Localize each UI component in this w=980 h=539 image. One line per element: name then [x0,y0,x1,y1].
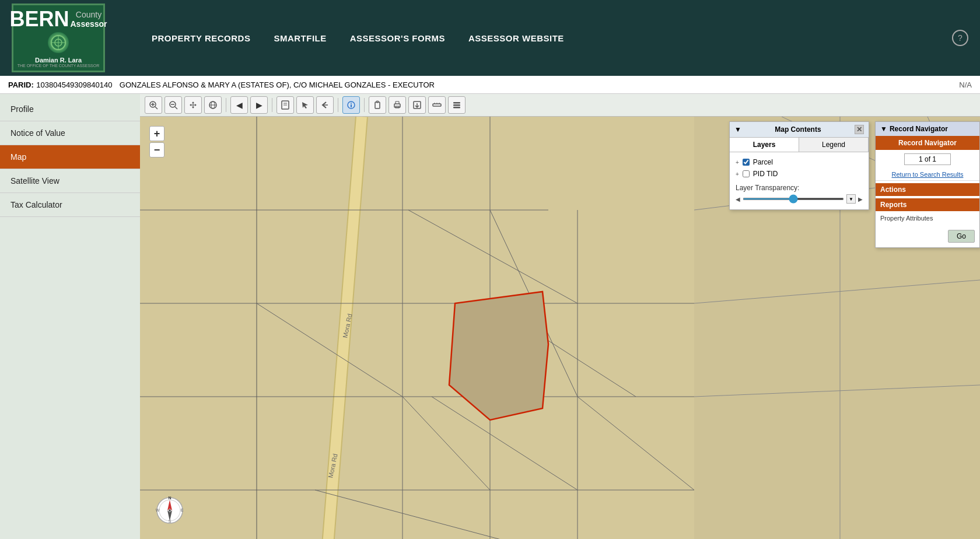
layer-expand-parcel[interactable]: + [736,159,739,166]
prev-extent-button[interactable]: ◀ [230,96,248,114]
go-row: Go [876,225,979,247]
slider-arrow-right[interactable]: ▶ [858,196,863,202]
next-extent-button[interactable]: ▶ [250,96,268,114]
back-button[interactable] [316,96,334,114]
header: BERN County Assessor Damian R. Lara THE … [0,0,980,76]
return-to-search-button[interactable]: Return to Search Results [876,169,979,180]
map-zoom-controls: + − [149,126,164,158]
sidebar-item-profile[interactable]: Profile [0,97,140,121]
record-nav-header: ▼ Record Navigator [876,122,979,136]
logo-assessor: Assessor [70,19,107,29]
main-nav: PROPERTY RECORDS SMARTFILE ASSESSOR'S FO… [152,33,564,43]
svg-line-9 [175,107,177,109]
slider-arrow-left[interactable]: ◀ [736,196,740,202]
zoom-out-button[interactable] [164,96,182,114]
map-area: ◀ ▶ [140,94,980,539]
parid-value: 103804549309840140 [36,80,112,89]
record-input-row [876,150,979,169]
parid-owner: GONZALES ALFONSO & MARY A (ESTATES OF), … [120,80,435,89]
sidebar-item-map[interactable]: Map [0,145,140,169]
layer-expand-pid-tid[interactable]: + [736,171,739,177]
svg-rect-32 [453,104,460,106]
map-contents-arrow-icon: ▼ [734,125,741,134]
layer-row-parcel: + Parcel [736,158,863,166]
svg-rect-31 [453,102,460,104]
logo-county: County [76,10,102,19]
sidebar-item-satellite-view[interactable]: Satellite View [0,169,140,193]
panel-tabs: Layers Legend [730,138,869,152]
map-compass: N S W E [155,496,184,525]
record-nav-header-label: Record Navigator [890,125,948,133]
panel-tab-legend[interactable]: Legend [799,138,869,152]
property-attributes-label: Property Attributes [876,211,979,225]
map-toolbar: ◀ ▶ [140,94,980,117]
info-button[interactable] [342,96,360,114]
svg-text:W: W [156,508,160,512]
measure-button[interactable] [428,96,446,114]
panel-body: + Parcel + PID TID Layer Transparency: [730,152,869,209]
record-nav-arrow-icon: ▼ [880,125,887,133]
reports-section[interactable]: Reports [876,198,979,211]
svg-text:N: N [168,496,171,500]
svg-text:E: E [181,508,184,512]
nav-assessor-website[interactable]: ASSESSOR WEBSITE [468,33,564,43]
zoom-out-map-button[interactable]: − [149,142,164,158]
record-input[interactable] [904,153,951,165]
toolbar-separator-3 [338,98,338,112]
transparency-slider[interactable] [743,198,844,200]
globe-button[interactable] [204,96,222,114]
layer-label-parcel: Parcel [753,158,773,166]
layer-label-pid-tid: PID TID [753,170,778,178]
map-contents-panel: ▼ Map Contents ✕ Layers Legend + Parcel [729,121,869,210]
sidebar-item-notice-of-value[interactable]: Notice of Value [0,121,140,145]
sidebar-item-tax-calculator[interactable]: Tax Calculator [0,193,140,217]
sidebar: Profile Notice of Value Map Satellite Vi… [0,94,140,539]
clipboard-button[interactable] [369,96,386,114]
pan-button[interactable] [184,96,202,114]
transparency-slider-row: ◀ ▼ ▶ [736,194,863,204]
layer-checkbox-pid-tid[interactable] [743,170,750,177]
go-button[interactable]: Go [948,230,975,243]
bookmark-button[interactable] [276,96,294,114]
toolbar-separator-2 [272,98,272,112]
svg-point-69 [169,509,171,512]
export-button[interactable] [408,96,426,114]
layers-button[interactable] [448,96,466,114]
parid-bar: PARID: 103804549309840140 GONZALES ALFON… [0,76,980,94]
nav-smartfile[interactable]: SMARTFILE [274,33,326,43]
logo-office: THE OFFICE OF THE COUNTY ASSESSOR [18,64,100,68]
svg-line-5 [155,107,158,109]
nav-property-records[interactable]: PROPERTY RECORDS [152,33,250,43]
nav-assessors-forms[interactable]: ASSESSOR'S FORMS [350,33,445,43]
map-contents-title: Map Contents [775,125,821,134]
print-button[interactable] [388,96,406,114]
map-contents-close-button[interactable]: ✕ [855,125,864,134]
main-container: PARID: 103804549309840140 GONZALES ALFON… [0,76,980,539]
panel-tab-layers[interactable]: Layers [730,138,799,152]
record-navigator-panel: ▼ Record Navigator Record Navigator Retu… [875,121,980,248]
slider-indicator: ▼ [846,194,856,204]
parid-na: N/A [959,80,972,89]
actions-section[interactable]: Actions [876,183,979,196]
select-button[interactable] [296,96,314,114]
logo-bern: BERN [9,9,69,30]
transparency-row: Layer Transparency: ◀ ▼ ▶ [736,184,863,204]
map-contents-header: ▼ Map Contents ✕ [730,122,869,138]
svg-point-19 [351,103,352,104]
logo-person-name: Damian R. Lara [35,57,82,64]
transparency-label: Layer Transparency: [736,184,863,192]
rec-divider-1 [876,180,979,181]
zoom-in-map-button[interactable]: + [149,126,164,141]
svg-rect-33 [453,107,460,108]
svg-rect-27 [433,104,441,106]
zoom-in-button[interactable] [145,96,162,114]
parid-label-value: PARID: 103804549309840140 GONZALES ALFON… [8,79,435,90]
svg-rect-21 [375,102,380,108]
logo-circle-icon [48,32,69,53]
map-canvas[interactable]: Mora Rd Mora Rd + − [140,117,980,539]
parid-label: PARID: [8,80,34,89]
svg-rect-20 [351,104,352,107]
layer-checkbox-parcel[interactable] [743,159,750,166]
content-row: Profile Notice of Value Map Satellite Vi… [0,94,980,539]
help-button[interactable]: ? [952,30,968,46]
